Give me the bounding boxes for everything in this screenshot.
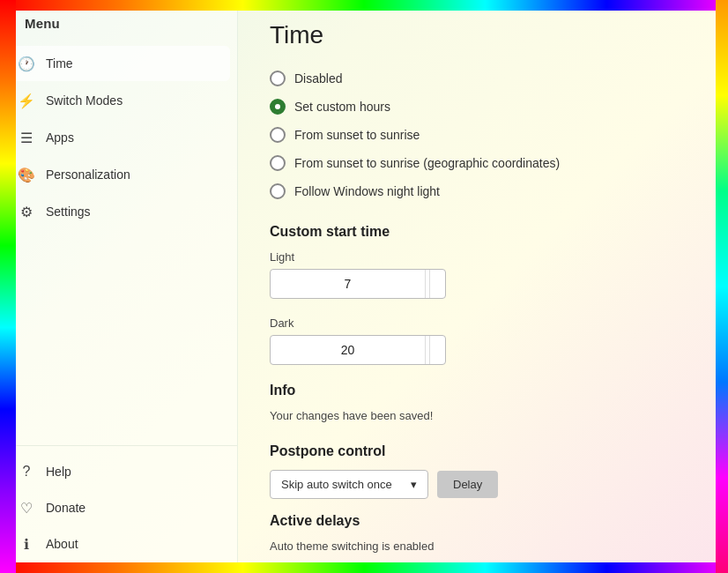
rainbow-top-border: [0, 0, 728, 11]
light-time-inputs: [270, 269, 446, 299]
radio-sunset-geo[interactable]: From sunset to sunrise (geographic coord…: [270, 155, 693, 171]
help-icon: ?: [18, 463, 35, 480]
postpone-controls: Skip auto switch once ▾ Delay: [270, 470, 693, 499]
light-time-field: Light: [270, 250, 693, 299]
apps-icon: ☰: [18, 129, 35, 146]
radio-circle-sunset-geo: [270, 155, 286, 171]
radio-sunset-sunrise[interactable]: From sunset to sunrise: [270, 127, 693, 143]
sidebar: Menu 🕐 Time ⚡ Switch Modes ☰ Apps 🎨 Pers…: [0, 0, 238, 573]
radio-circle-set-custom-hours: [270, 99, 286, 115]
light-minute-input[interactable]: [430, 270, 446, 298]
sidebar-item-settings[interactable]: ⚙ Settings: [7, 194, 230, 229]
rainbow-bottom-border: [0, 562, 728, 573]
sidebar-item-switch-modes[interactable]: ⚡ Switch Modes: [7, 83, 230, 118]
custom-start-time-title: Custom start time: [270, 224, 693, 240]
rainbow-right-border: [716, 0, 728, 573]
sidebar-title: Menu: [0, 16, 237, 45]
sidebar-item-label-help: Help: [46, 465, 71, 479]
main-content: Time Disabled Set custom hours From suns…: [238, 0, 728, 573]
sidebar-nav: 🕐 Time ⚡ Switch Modes ☰ Apps 🎨 Personali…: [0, 45, 237, 562]
dark-hour-input[interactable]: [271, 336, 425, 364]
radio-circle-windows-night-light: [270, 183, 286, 199]
postpone-title: Postpone control: [270, 443, 693, 459]
radio-windows-night-light[interactable]: Follow Windows night light: [270, 183, 693, 199]
sidebar-item-donate[interactable]: ♡ Donate: [7, 490, 230, 525]
dark-minute-input[interactable]: [430, 336, 446, 364]
gear-icon: ⚙: [18, 203, 35, 220]
bolt-icon: ⚡: [18, 92, 35, 109]
info-icon: ℹ: [18, 535, 35, 553]
delay-button[interactable]: Delay: [437, 471, 498, 498]
postpone-select-value: Skip auto switch once: [281, 478, 392, 491]
sidebar-item-time[interactable]: 🕐 Time: [7, 46, 230, 81]
page-title: Time: [270, 21, 693, 49]
postpone-select[interactable]: Skip auto switch once ▾: [270, 470, 428, 499]
sidebar-item-label-about: About: [46, 537, 78, 551]
active-delays-subtitle: Auto theme switching is enabled: [270, 540, 693, 553]
sidebar-item-label-time: Time: [46, 56, 73, 71]
postpone-section: Postpone control Skip auto switch once ▾…: [270, 443, 693, 499]
radio-label-disabled: Disabled: [294, 71, 342, 86]
active-delays-section: Active delays Auto theme switching is en…: [270, 513, 693, 553]
radio-circle-sunset-sunrise: [270, 127, 286, 143]
radio-disabled[interactable]: Disabled: [270, 71, 693, 86]
app-container: Menu 🕐 Time ⚡ Switch Modes ☰ Apps 🎨 Pers…: [0, 0, 728, 573]
heart-icon: ♡: [18, 499, 35, 517]
custom-start-time-section: Custom start time Light Dark: [270, 224, 693, 365]
info-message: Your changes have been saved!: [270, 409, 693, 422]
radio-label-sunset-sunrise: From sunset to sunrise: [294, 128, 420, 142]
radio-circle-disabled: [270, 71, 286, 86]
dark-time-field: Dark: [270, 316, 693, 365]
sidebar-item-apps[interactable]: ☰ Apps: [7, 120, 230, 155]
sidebar-item-label-settings: Settings: [46, 205, 91, 219]
sidebar-item-label-donate: Donate: [46, 501, 85, 515]
radio-group: Disabled Set custom hours From sunset to…: [270, 71, 693, 199]
chevron-down-icon: ▾: [411, 478, 417, 491]
radio-label-set-custom-hours: Set custom hours: [294, 100, 390, 114]
clock-icon: 🕐: [18, 55, 35, 72]
personalization-icon: 🎨: [18, 166, 35, 183]
info-section: Info Your changes have been saved!: [270, 383, 693, 422]
active-delays-title: Active delays: [270, 513, 693, 529]
sidebar-item-label-apps: Apps: [46, 130, 74, 145]
dark-label: Dark: [270, 316, 693, 330]
rainbow-left-border: [0, 0, 16, 573]
sidebar-item-help[interactable]: ? Help: [7, 454, 230, 489]
radio-set-custom-hours[interactable]: Set custom hours: [270, 99, 693, 115]
radio-label-sunset-geo: From sunset to sunrise (geographic coord…: [294, 156, 560, 170]
sidebar-item-label-personalization: Personalization: [46, 167, 130, 182]
sidebar-item-label-switch-modes: Switch Modes: [46, 93, 123, 108]
sidebar-bottom: ? Help ♡ Donate ℹ About: [0, 445, 237, 562]
light-label: Light: [270, 250, 693, 264]
sidebar-item-about[interactable]: ℹ About: [7, 526, 230, 562]
sidebar-item-personalization[interactable]: 🎨 Personalization: [7, 157, 230, 192]
info-title: Info: [270, 383, 693, 398]
light-hour-input[interactable]: [271, 270, 425, 298]
dark-time-inputs: [270, 335, 446, 365]
radio-label-windows-night-light: Follow Windows night light: [294, 184, 440, 198]
